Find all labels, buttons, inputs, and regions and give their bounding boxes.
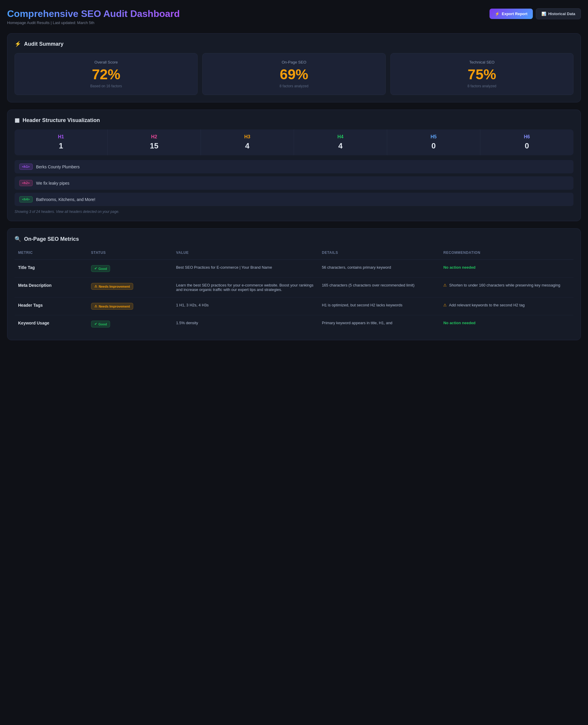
page-title: Comprehensive SEO Audit Dashboard xyxy=(7,8,180,19)
technical-seo-sub: 8 factors analyzed xyxy=(397,84,567,88)
h3-count-item: H3 4 xyxy=(201,129,294,155)
page-header: Comprehensive SEO Audit Dashboard Homepa… xyxy=(7,8,581,25)
status-badge-meta-desc: ⚠ Needs Improvement xyxy=(91,283,133,290)
value-header-tags: 1 H1, 3 H2s, 4 H3s xyxy=(172,298,318,315)
header-counts-grid: H1 1 H2 15 H3 4 H4 4 H5 0 H6 0 xyxy=(15,129,573,155)
h1-item-text: Berks County Plumbers xyxy=(36,164,80,169)
onpage-seo-sub: 8 factors analyzed xyxy=(209,84,379,88)
h4-item-text: Bathrooms, Kitchens, and More! xyxy=(36,197,96,202)
h6-count-item: H6 0 xyxy=(480,129,573,155)
seo-metrics-table: Metric Status Value Details Recommendati… xyxy=(15,248,573,333)
lightning-icon: ⚡ xyxy=(15,41,21,47)
h2-item-text: We fix leaky pipes xyxy=(36,181,70,185)
metric-name-title-tag: Title Tag xyxy=(18,265,35,270)
title-block: Comprehensive SEO Audit Dashboard Homepa… xyxy=(7,8,180,25)
overall-score-value: 72% xyxy=(21,67,191,82)
header-structure-title: ▦ Header Structure Visualization xyxy=(15,117,573,123)
onpage-seo-card: On-Page SEO 69% 8 factors analyzed xyxy=(202,53,385,95)
audit-summary-title: ⚡ Audit Summary xyxy=(15,41,573,47)
h1-count-item: H1 1 xyxy=(15,129,108,155)
value-title-tag: Best SEO Practices for E-commerce | Your… xyxy=(172,260,318,278)
audit-summary-section: ⚡ Audit Summary Overall Score 72% Based … xyxy=(7,33,581,102)
chart-icon: 📊 xyxy=(541,12,546,16)
h5-count-item: H5 0 xyxy=(387,129,480,155)
h2-badge: <h2> xyxy=(19,180,33,186)
overall-score-sub: Based on 16 factors xyxy=(21,84,191,88)
header-item-h1: <h1> Berks County Plumbers xyxy=(15,160,573,174)
col-header-recommendation: Recommendation xyxy=(440,248,573,260)
export-icon: ⚡ xyxy=(495,12,500,16)
export-report-button[interactable]: ⚡ Export Report xyxy=(489,8,533,19)
historical-data-button[interactable]: 📊 Historical Data xyxy=(536,8,581,19)
h1-badge: <h1> xyxy=(19,164,33,170)
details-title-tag: 56 characters, contains primary keyword xyxy=(318,260,440,278)
status-badge-title-tag: ✔ Good xyxy=(91,265,110,272)
search-icon: 🔍 xyxy=(15,236,21,242)
onpage-seo-value: 69% xyxy=(209,67,379,82)
warning-icon: ⚠ xyxy=(94,304,97,308)
header-structure-section: ▦ Header Structure Visualization H1 1 H2… xyxy=(7,109,581,221)
header-buttons: ⚡ Export Report 📊 Historical Data xyxy=(489,8,581,19)
h4-count-item: H4 4 xyxy=(294,129,387,155)
check-icon: ✔ xyxy=(94,267,97,270)
h4-badge: <h4> xyxy=(19,196,33,202)
table-row: Header Tags ⚠ Needs Improvement 1 H1, 3 … xyxy=(15,298,573,315)
rec-keyword-usage: No action needed xyxy=(443,321,475,325)
onpage-seo-label: On-Page SEO xyxy=(209,60,379,64)
check-icon-2: ✔ xyxy=(94,322,97,326)
details-header-tags: H1 is optimized, but second H2 lacks key… xyxy=(318,298,440,315)
h2-count: 15 xyxy=(111,141,197,150)
rec-title-tag: No action needed xyxy=(443,265,475,269)
table-row: Keyword Usage ✔ Good 1.5% density Primar… xyxy=(15,315,573,333)
status-badge-keyword-usage: ✔ Good xyxy=(91,321,110,327)
table-icon: ▦ xyxy=(15,117,20,123)
table-row: Meta Description ⚠ Needs Improvement Lea… xyxy=(15,278,573,298)
onpage-seo-section: 🔍 On-Page SEO Metrics Metric Status Valu… xyxy=(7,228,581,340)
h3-count: 4 xyxy=(204,141,290,150)
overall-score-label: Overall Score xyxy=(21,60,191,64)
technical-seo-card: Technical SEO 75% 8 factors analyzed xyxy=(391,53,573,95)
page-subtitle: Homepage Audit Results | Last updated: M… xyxy=(7,20,180,25)
details-keyword-usage: Primary keyword appears in title, H1, an… xyxy=(318,315,440,333)
overall-score-card: Overall Score 72% Based on 16 factors xyxy=(15,53,197,95)
header-note: Showing 3 of 24 headers. View all header… xyxy=(15,209,573,214)
rec-meta-desc: ⚠ Shorten to under 160 characters while … xyxy=(440,278,573,298)
details-meta-desc: 165 characters (5 characters over recomm… xyxy=(318,278,440,298)
header-item-h2: <h2> We fix leaky pipes xyxy=(15,176,573,190)
col-header-details: Details xyxy=(318,248,440,260)
h4-count: 4 xyxy=(298,141,383,150)
h2-count-item: H2 15 xyxy=(108,129,201,155)
h5-label: H5 xyxy=(391,134,477,140)
warning-icon: ⚠ xyxy=(94,284,97,288)
metric-name-keyword-usage: Keyword Usage xyxy=(18,321,49,325)
h5-count: 0 xyxy=(391,141,477,150)
col-header-metric: Metric xyxy=(15,248,87,260)
table-row: Title Tag ✔ Good Best SEO Practices for … xyxy=(15,260,573,278)
metric-name-header-tags: Header Tags xyxy=(18,303,43,307)
h6-label: H6 xyxy=(484,134,570,140)
status-badge-header-tags: ⚠ Needs Improvement xyxy=(91,303,133,310)
value-meta-desc: Learn the best SEO practices for your e-… xyxy=(172,278,318,298)
rec-warning-icon-2: ⚠ xyxy=(443,303,447,307)
value-keyword-usage: 1.5% density xyxy=(172,315,318,333)
technical-seo-value: 75% xyxy=(397,67,567,82)
metric-name-meta-desc: Meta Description xyxy=(18,283,51,288)
header-item-h4: <h4> Bathrooms, Kitchens, and More! xyxy=(15,193,573,206)
col-header-status: Status xyxy=(87,248,173,260)
rec-header-tags: ⚠ Add relevant keywords to the second H2… xyxy=(440,298,573,315)
h6-count: 0 xyxy=(484,141,570,150)
h4-label: H4 xyxy=(298,134,383,140)
h1-label: H1 xyxy=(18,134,104,140)
summary-grid: Overall Score 72% Based on 16 factors On… xyxy=(15,53,573,95)
rec-warning-icon: ⚠ xyxy=(443,283,447,287)
technical-seo-label: Technical SEO xyxy=(397,60,567,64)
h2-label: H2 xyxy=(111,134,197,140)
h1-count: 1 xyxy=(18,141,104,150)
col-header-value: Value xyxy=(172,248,318,260)
onpage-seo-title: 🔍 On-Page SEO Metrics xyxy=(15,236,573,242)
h3-label: H3 xyxy=(204,134,290,140)
